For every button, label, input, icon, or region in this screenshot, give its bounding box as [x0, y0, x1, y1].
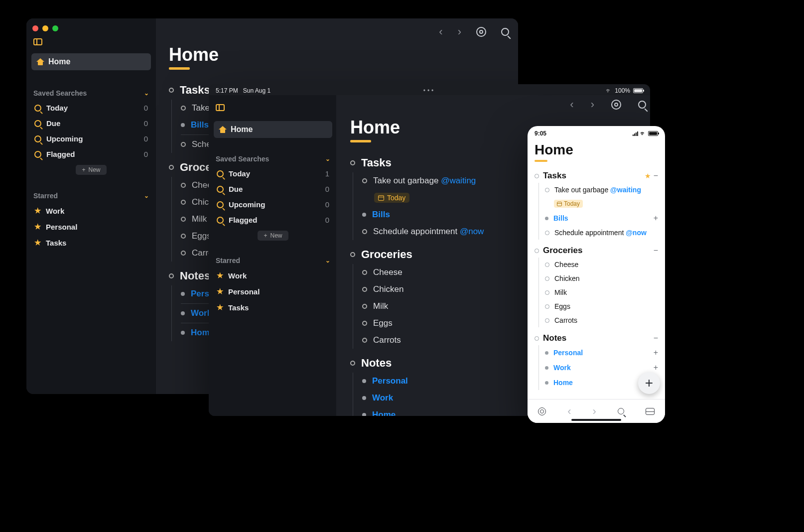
tag-waiting[interactable]: @waiting: [610, 186, 641, 194]
mac-sidebar: Home Saved Searches ⌄ Today 0 Due 0 Upco…: [26, 18, 156, 394]
group-groceries[interactable]: Groceries −: [528, 244, 665, 258]
add-icon[interactable]: +: [654, 214, 658, 223]
search-icon[interactable]: [638, 101, 646, 109]
page-title: Home: [169, 44, 505, 65]
starred-work[interactable]: ★Work: [31, 203, 151, 219]
list-item[interactable]: Carrots: [539, 313, 658, 327]
saved-searches-head[interactable]: Saved Searches ⌄: [31, 85, 151, 100]
search-icon: [217, 201, 224, 208]
bullet-icon: [362, 213, 366, 217]
saved-today[interactable]: Today 0: [31, 100, 151, 116]
group-notes[interactable]: Notes −: [528, 331, 665, 345]
saved-upcoming[interactable]: Upcoming 0: [214, 197, 332, 212]
search-icon: [34, 120, 41, 127]
star-icon[interactable]: ★: [645, 172, 651, 180]
minimize-dot[interactable]: [42, 25, 48, 31]
sidebar-home[interactable]: Home: [214, 121, 332, 138]
zoom-dot[interactable]: [52, 25, 58, 31]
bullet-icon: [545, 217, 548, 220]
collapse-bullet-icon: [350, 160, 355, 165]
sidebar-toggle-icon[interactable]: [33, 38, 42, 45]
list-item[interactable]: Chicken: [539, 271, 658, 285]
tag-waiting[interactable]: @waiting: [441, 176, 476, 185]
bullet-icon: [545, 231, 549, 235]
add-icon[interactable]: +: [654, 363, 658, 372]
bullet-icon: [545, 351, 548, 355]
search-icon[interactable]: [501, 28, 509, 36]
bullet-icon: [362, 287, 367, 292]
home-icon: [219, 126, 227, 133]
battery-icon: [633, 88, 643, 93]
nav-forward-icon[interactable]: ›: [591, 98, 594, 111]
task-schedule[interactable]: Schedule appointment @now: [539, 226, 658, 240]
status-time: 5:17 PM: [216, 87, 238, 94]
tag-now[interactable]: @now: [626, 229, 647, 237]
bullet-icon: [181, 106, 186, 111]
list-item[interactable]: Cheese: [539, 258, 658, 271]
saved-upcoming[interactable]: Upcoming 0: [31, 131, 151, 146]
saved-due[interactable]: Due 0: [31, 116, 151, 131]
battery-pct: 100%: [615, 87, 630, 94]
collapse-bullet-icon: [169, 273, 174, 278]
iphone-status-bar: 9:05 ᯤ: [528, 126, 665, 139]
sidebar-home[interactable]: Home: [31, 53, 151, 70]
view-toggle-icon[interactable]: [646, 408, 655, 415]
multitask-dots-icon[interactable]: •••: [423, 87, 436, 94]
new-saved-search-button[interactable]: + New: [258, 231, 288, 241]
list-item[interactable]: Work+: [539, 360, 658, 375]
nav-back-icon[interactable]: ‹: [570, 98, 573, 111]
saved-today[interactable]: Today 1: [214, 166, 332, 181]
starred-tasks[interactable]: ★Tasks: [214, 299, 332, 315]
task-garbage[interactable]: Take out garbage @waiting: [539, 183, 658, 197]
nav-forward-icon[interactable]: ›: [458, 25, 461, 38]
page-title: Home: [535, 142, 658, 158]
nav-back-icon[interactable]: ‹: [567, 405, 571, 418]
star-icon: ★: [34, 238, 41, 247]
starred-tasks[interactable]: ★Tasks: [31, 235, 151, 251]
saved-flagged[interactable]: Flagged 0: [214, 212, 332, 228]
bullet-icon: [362, 413, 366, 416]
saved-flagged[interactable]: Flagged 0: [31, 146, 151, 162]
list-item[interactable]: Eggs: [539, 299, 658, 313]
wifi-icon: ᯤ: [640, 130, 646, 137]
new-saved-search-button[interactable]: + New: [76, 165, 106, 175]
add-icon[interactable]: +: [654, 348, 658, 357]
starred-personal[interactable]: ★Personal: [214, 283, 332, 299]
collapse-icon[interactable]: −: [654, 246, 658, 255]
starred-head[interactable]: Starred ⌄: [31, 188, 151, 203]
saved-searches-head[interactable]: Saved Searches ⌄: [214, 151, 332, 166]
task-bills[interactable]: Bills +: [539, 211, 658, 226]
search-icon[interactable]: [618, 408, 624, 414]
collapse-icon[interactable]: −: [654, 171, 658, 180]
tag-now[interactable]: @now: [460, 227, 484, 236]
star-icon: ★: [217, 271, 223, 280]
sidebar-toggle-icon[interactable]: [216, 104, 225, 111]
settings-icon[interactable]: [611, 100, 621, 110]
list-item[interactable]: Personal+: [539, 345, 658, 360]
bullet-icon: [181, 183, 186, 188]
starred-work[interactable]: ★Work: [214, 267, 332, 283]
collapse-icon[interactable]: −: [654, 334, 658, 343]
settings-icon[interactable]: [476, 27, 486, 37]
saved-due[interactable]: Due 0: [214, 181, 332, 197]
group-tasks[interactable]: Tasks ★ −: [528, 169, 665, 183]
ipad-status-bar: 5:17 PM Sun Aug 1 ••• ᯤ 100%: [209, 84, 650, 95]
settings-icon[interactable]: [538, 407, 546, 415]
collapse-bullet-icon: [535, 336, 539, 341]
search-icon: [34, 135, 41, 142]
bullet-icon: [181, 234, 186, 239]
collapse-bullet-icon: [169, 165, 174, 170]
bullet-icon: [181, 331, 185, 335]
chevron-down-icon: ⌄: [144, 192, 149, 199]
close-dot[interactable]: [32, 25, 38, 31]
nav-back-icon[interactable]: ‹: [439, 25, 442, 38]
bullet-icon: [181, 123, 185, 127]
list-item[interactable]: Milk: [539, 285, 658, 299]
starred-head[interactable]: Starred ⌄: [214, 253, 332, 267]
add-fab-button[interactable]: +: [638, 372, 660, 394]
nav-forward-icon[interactable]: ›: [592, 405, 596, 418]
bullet-icon: [181, 292, 185, 296]
starred-personal[interactable]: ★Personal: [31, 219, 151, 235]
bullet-icon: [362, 178, 367, 183]
task-today-chip[interactable]: Today: [539, 197, 658, 211]
